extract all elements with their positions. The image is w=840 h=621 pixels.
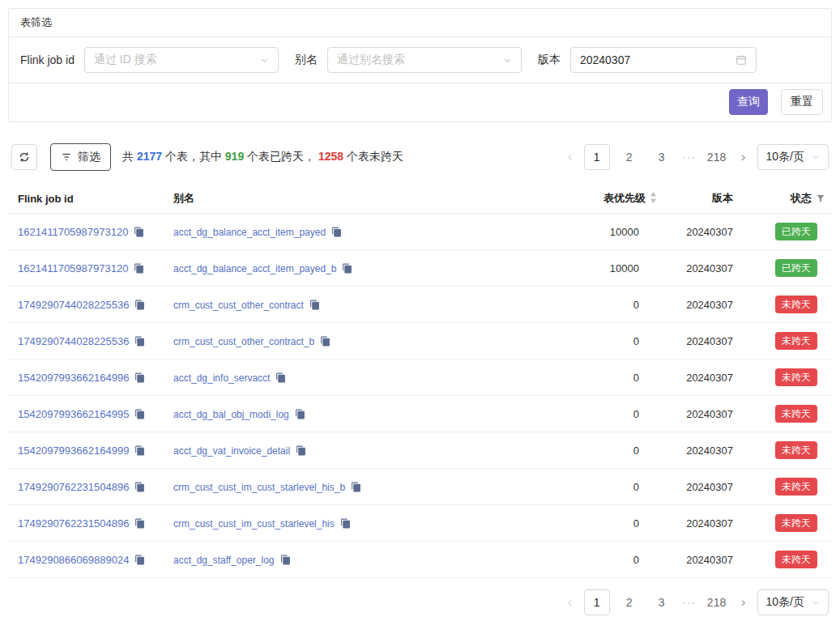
field-version: 版本 20240307 (538, 47, 757, 73)
job-id-label: Flink job id (20, 53, 75, 66)
alias-link[interactable]: crm_cust_cust_other_contract_b (173, 336, 314, 347)
version-cell: 20240307 (663, 359, 741, 396)
prev-page-button[interactable]: ‹ (563, 589, 578, 615)
copy-icon[interactable] (134, 518, 145, 529)
status-badge: 未跨天 (775, 441, 817, 460)
page-button-1[interactable]: 1 (584, 589, 610, 615)
copy-icon[interactable] (134, 482, 145, 492)
filter-toggle-button[interactable]: 筛选 (50, 143, 111, 171)
refresh-button[interactable] (11, 144, 37, 170)
table-row: 1542097993662164999 acct_dg_vat_invoice_… (8, 432, 832, 469)
table-row: 1621411705987973120 acct_dg_balance_acct… (8, 214, 832, 250)
table-body: 1621411705987973120 acct_dg_balance_acct… (8, 214, 832, 578)
copy-icon[interactable] (134, 227, 144, 237)
col-priority[interactable]: 表优先级 (526, 184, 663, 214)
copy-icon[interactable] (275, 372, 286, 383)
status-badge: 已跨天 (775, 259, 817, 278)
table-header-row: Flink job id 别名 表优先级 版本 状态 (8, 184, 832, 214)
job-id-link[interactable]: 1749290762231504896 (18, 517, 129, 530)
alias-link[interactable]: acct_dg_vat_invoice_detail (173, 445, 290, 457)
version-cell: 20240307 (663, 250, 741, 287)
job-id-link[interactable]: 1749290744028225536 (18, 299, 129, 311)
job-id-link[interactable]: 1749290762231504896 (18, 481, 129, 493)
priority-cell: 10000 (526, 214, 663, 250)
table-row: 1749290762231504896 crm_cust_cust_im_cus… (8, 469, 832, 505)
job-id-link[interactable]: 1542097993662164996 (18, 372, 129, 384)
alias-link[interactable]: crm_cust_cust_im_cust_starlevel_his (173, 518, 335, 530)
job-id-select[interactable]: 通过 ID 搜索 (84, 47, 279, 73)
version-cell: 20240307 (663, 542, 741, 578)
priority-cell: 0 (526, 542, 663, 578)
copy-icon[interactable] (320, 336, 330, 347)
calendar-icon (736, 54, 747, 66)
copy-icon[interactable] (134, 372, 145, 383)
copy-icon[interactable] (296, 445, 306, 456)
copy-icon[interactable] (134, 336, 145, 347)
copy-icon[interactable] (351, 482, 361, 492)
page-button-3[interactable]: 3 (649, 589, 675, 615)
table-row: 1621411705987973120 acct_dg_balance_acct… (8, 250, 832, 287)
copy-icon[interactable] (134, 263, 144, 274)
pagination-top: ‹ 1 2 3 ··· 218 › 10条/页 (563, 144, 829, 170)
table-row: 1749290762231504896 crm_cust_cust_im_cus… (8, 505, 832, 542)
copy-icon[interactable] (134, 409, 145, 419)
job-id-link[interactable]: 1749290744028225536 (18, 335, 129, 347)
priority-cell: 0 (526, 396, 663, 432)
status-badge: 未跨天 (775, 551, 817, 569)
page-button-2[interactable]: 2 (616, 144, 642, 170)
alias-link[interactable]: acct_dg_bal_obj_modi_log (173, 409, 289, 420)
job-id-link[interactable]: 1542097993662164999 (18, 444, 129, 457)
next-page-button[interactable]: › (736, 589, 751, 615)
filter-card: 表筛选 Flink job id 通过 ID 搜索 别名 通过别名搜索 (8, 8, 832, 122)
job-id-link[interactable]: 1621411705987973120 (18, 226, 128, 238)
copy-icon[interactable] (340, 518, 351, 529)
alias-link[interactable]: crm_cust_cust_other_contract (173, 300, 304, 311)
page-button-2[interactable]: 2 (616, 589, 642, 615)
funnel-icon[interactable] (816, 194, 825, 203)
copy-icon[interactable] (134, 445, 145, 456)
priority-cell: 0 (526, 432, 663, 469)
alias-link[interactable]: acct_dg_info_servacct (173, 372, 270, 384)
col-alias: 别名 (167, 184, 526, 214)
job-id-link[interactable]: 1542097993662164995 (18, 408, 129, 420)
copy-icon[interactable] (134, 555, 145, 565)
page-button-1[interactable]: 1 (584, 144, 610, 170)
field-flink-job-id: Flink job id 通过 ID 搜索 (20, 47, 279, 73)
prev-page-button[interactable]: ‹ (563, 144, 578, 170)
copy-icon[interactable] (134, 300, 145, 310)
page-ellipsis[interactable]: ··· (681, 596, 697, 609)
copy-icon[interactable] (295, 409, 305, 419)
query-button[interactable]: 查询 (729, 89, 768, 115)
version-cell: 20240307 (663, 396, 741, 432)
job-id-link[interactable]: 1621411705987973120 (18, 262, 128, 274)
version-date-input[interactable]: 20240307 (570, 47, 757, 73)
alias-link[interactable]: acct_dg_staff_oper_log (173, 555, 275, 566)
priority-cell: 10000 (526, 250, 663, 287)
page-button-3[interactable]: 3 (649, 144, 675, 170)
filter-row: Flink job id 通过 ID 搜索 别名 通过别名搜索 (9, 37, 831, 83)
priority-cell: 0 (526, 359, 663, 396)
copy-icon[interactable] (280, 555, 291, 565)
page-button-last[interactable]: 218 (704, 144, 730, 170)
job-id-link[interactable]: 1749290866069889024 (18, 554, 129, 566)
copy-icon[interactable] (331, 227, 342, 237)
version-cell: 20240307 (663, 505, 741, 542)
reset-button[interactable]: 重置 (781, 89, 823, 115)
alias-link[interactable]: acct_dg_balance_acct_item_payed_b (173, 263, 336, 274)
alias-select[interactable]: 通过别名搜索 (327, 47, 522, 73)
alias-link[interactable]: acct_dg_balance_acct_item_payed (173, 227, 326, 238)
page-ellipsis[interactable]: ··· (681, 151, 697, 164)
chevron-down-icon (812, 153, 820, 161)
alias-link[interactable]: crm_cust_cust_im_cust_starlevel_his_b (173, 482, 345, 493)
copy-icon[interactable] (309, 300, 320, 310)
copy-icon[interactable] (342, 263, 352, 274)
next-page-button[interactable]: › (736, 144, 751, 170)
chevron-down-icon (503, 56, 512, 65)
chevron-down-icon (260, 56, 269, 65)
page-size-select[interactable]: 10条/页 (757, 144, 829, 170)
page-size-select[interactable]: 10条/页 (757, 589, 829, 615)
page-button-last[interactable]: 218 (704, 589, 730, 615)
summary-uncrossed-count: 1258 (318, 150, 343, 163)
pagination-bottom: ‹ 1 2 3 ··· 218 › 10条/页 (563, 589, 829, 615)
sort-carets-icon[interactable] (650, 192, 657, 203)
